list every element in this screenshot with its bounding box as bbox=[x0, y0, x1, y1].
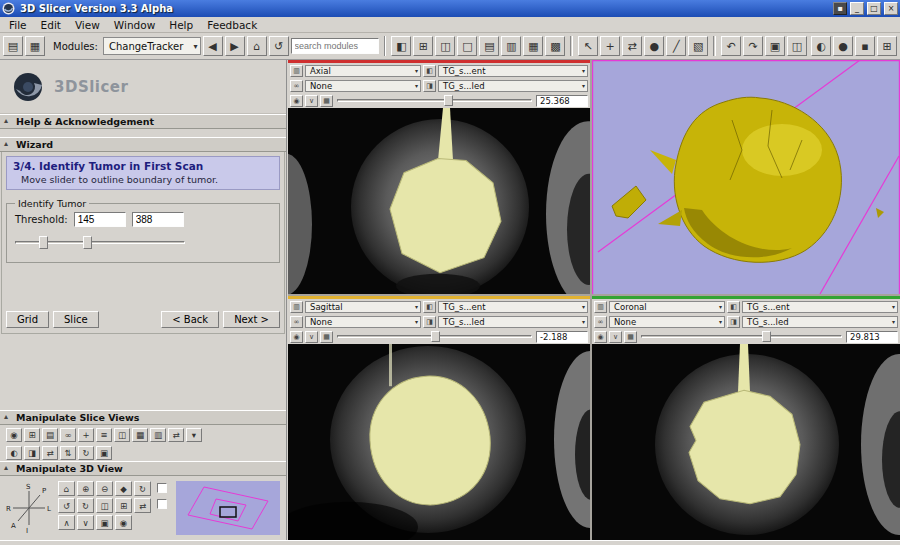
foreground-volume-combo[interactable]: TG_s...ent▾ bbox=[438, 301, 588, 313]
layout-3d-only-icon[interactable]: □ bbox=[457, 36, 477, 56]
layout-dual-3d-icon[interactable]: ◫ bbox=[435, 36, 455, 56]
dim-slices-icon[interactable]: ▥ bbox=[150, 428, 166, 442]
layout-green-slice-icon[interactable]: ▦ bbox=[523, 36, 543, 56]
module-forward-icon[interactable]: ▶ bbox=[225, 36, 245, 56]
slice-options-button[interactable]: ▥ bbox=[290, 301, 303, 313]
fg-opacity-icon[interactable]: ◐ bbox=[6, 446, 22, 460]
wizard-section-header[interactable]: ▴ Wizard bbox=[0, 137, 286, 152]
annotations-icon[interactable]: ≡ bbox=[96, 428, 112, 442]
rotate-left-icon[interactable]: ↺ bbox=[58, 498, 75, 513]
menu-help[interactable]: Help bbox=[162, 18, 200, 32]
axial-slice-image[interactable] bbox=[288, 108, 590, 294]
slice-visibility-button[interactable]: ◉ bbox=[290, 331, 303, 343]
module-refresh-icon[interactable]: ↺ bbox=[269, 36, 289, 56]
menu-feedback[interactable]: Feedback bbox=[200, 18, 264, 32]
rotate-right-icon[interactable]: ↻ bbox=[77, 498, 94, 513]
pitch-down-icon[interactable]: ∨ bbox=[77, 515, 94, 530]
orthographic-view-icon[interactable]: ⊞ bbox=[115, 498, 132, 513]
slice-options-button[interactable]: ▥ bbox=[594, 301, 607, 313]
visibility-3d-icon[interactable]: ◉ bbox=[115, 515, 132, 530]
layout-yellow-slice-icon[interactable]: ▥ bbox=[501, 36, 521, 56]
stereo-checkbox[interactable] bbox=[157, 483, 167, 493]
background-volume-combo[interactable]: TG_s...led▾ bbox=[438, 80, 588, 92]
flip-vertical-icon[interactable]: ⇅ bbox=[60, 446, 76, 460]
three-d-view[interactable] bbox=[592, 60, 900, 294]
next-button[interactable]: Next > bbox=[223, 311, 280, 328]
foreground-layer-icon[interactable]: ◧ bbox=[727, 301, 740, 313]
slice-screenshot-icon[interactable]: ▣ bbox=[96, 446, 112, 460]
stereo-view-icon[interactable]: ◫ bbox=[96, 498, 113, 513]
orientation-combo[interactable]: Coronal▾ bbox=[609, 301, 725, 313]
redo-icon[interactable]: ↷ bbox=[743, 36, 763, 56]
layout-conventional-icon[interactable]: ◧ bbox=[391, 36, 411, 56]
menu-view[interactable]: View bbox=[68, 18, 107, 32]
threshold-range-slider[interactable] bbox=[15, 235, 185, 250]
screenshot-3d-icon[interactable]: ▣ bbox=[96, 515, 113, 530]
threshold-high-input[interactable] bbox=[132, 212, 184, 227]
ruler-tool-icon[interactable]: ╱ bbox=[666, 36, 686, 56]
module-search-input[interactable] bbox=[291, 38, 379, 54]
slice-views-section-header[interactable]: ▴ Manipulate Slice Views bbox=[0, 410, 286, 425]
spin-view-icon[interactable]: ↻ bbox=[134, 481, 151, 496]
center-3d-view-icon[interactable]: ⌂ bbox=[58, 481, 75, 496]
screenshot-icon[interactable]: ▣ bbox=[765, 36, 785, 56]
orientation-combo[interactable]: Sagittal▾ bbox=[305, 301, 421, 313]
compare-slices-icon[interactable]: ◫ bbox=[114, 428, 130, 442]
coronal-slice-image[interactable] bbox=[592, 344, 900, 540]
zoom-out-icon[interactable]: ⊖ bbox=[96, 481, 113, 496]
close-button[interactable]: × bbox=[884, 2, 898, 15]
slices-visibility-icon[interactable]: ◉ bbox=[6, 428, 22, 442]
navigation-preview[interactable] bbox=[176, 481, 280, 535]
slice-more-options-icon[interactable]: ▾ bbox=[186, 428, 202, 442]
link-slices-icon[interactable]: ∞ bbox=[60, 428, 76, 442]
slider-thumb[interactable] bbox=[762, 331, 771, 342]
foreground-volume-combo[interactable]: TG_s...ent▾ bbox=[438, 65, 588, 77]
link-views-button[interactable]: ∞ bbox=[290, 316, 303, 328]
fiducial-tool-icon[interactable]: ● bbox=[644, 36, 664, 56]
slice-visibility-button[interactable]: ◉ bbox=[290, 95, 303, 107]
maximize-button[interactable]: □ bbox=[867, 2, 881, 15]
orientation-combo[interactable]: Axial▾ bbox=[305, 65, 421, 77]
help-section-header[interactable]: ▴ Help & Acknowledgement bbox=[0, 114, 286, 129]
expand-controls-button[interactable]: ∨ bbox=[305, 331, 318, 343]
slice-options-button[interactable]: ▥ bbox=[290, 65, 303, 77]
slice-render-button[interactable]: Slice bbox=[53, 311, 99, 328]
rotate-slice-icon[interactable]: ↻ bbox=[78, 446, 94, 460]
interpolation-icon[interactable]: ◨ bbox=[24, 446, 40, 460]
extensions-icon[interactable]: ⊞ bbox=[877, 36, 897, 56]
background-layer-icon[interactable]: ◨ bbox=[423, 316, 436, 328]
label-layer-combo[interactable]: None▾ bbox=[305, 316, 421, 328]
crosshair-tool-icon[interactable]: + bbox=[600, 36, 620, 56]
layout-compare-icon[interactable]: ▩ bbox=[545, 36, 565, 56]
expand-controls-button[interactable]: ∨ bbox=[609, 331, 622, 343]
module-home-icon[interactable]: ⌂ bbox=[247, 36, 267, 56]
module-back-icon[interactable]: ◀ bbox=[203, 36, 223, 56]
flip-horizontal-icon[interactable]: ⇄ bbox=[42, 446, 58, 460]
label-opacity-icon[interactable]: ▤ bbox=[42, 428, 58, 442]
lightbox-grid-button[interactable]: ▦ bbox=[320, 331, 333, 343]
pointer-tool-icon[interactable]: ↖ bbox=[578, 36, 598, 56]
module-selector-combo[interactable]: ChangeTracker ▾ bbox=[103, 37, 201, 55]
undo-icon[interactable]: ↶ bbox=[721, 36, 741, 56]
slice-offset-slider[interactable] bbox=[337, 95, 532, 107]
minimize-button[interactable]: _ bbox=[850, 2, 864, 15]
slice-offset-slider[interactable] bbox=[641, 331, 842, 343]
grid-render-button[interactable]: Grid bbox=[6, 311, 49, 328]
foreground-layer-icon[interactable]: ◧ bbox=[423, 301, 436, 313]
person-icon[interactable]: ● bbox=[833, 36, 853, 56]
label-layer-combo[interactable]: None▾ bbox=[305, 80, 421, 92]
roi-tool-icon[interactable]: ▧ bbox=[688, 36, 708, 56]
slider-thumb[interactable] bbox=[444, 95, 453, 106]
sticky-window-button[interactable]: ▪ bbox=[833, 2, 847, 15]
crosshair-icon[interactable]: + bbox=[78, 428, 94, 442]
save-icon[interactable]: ▦ bbox=[25, 36, 45, 56]
menu-window[interactable]: Window bbox=[107, 18, 162, 32]
sagittal-slice-image[interactable] bbox=[288, 344, 590, 540]
look-from-axis-icon[interactable]: ◆ bbox=[115, 481, 132, 496]
label-layer-combo[interactable]: None▾ bbox=[609, 316, 725, 328]
slice-offset-slider[interactable] bbox=[337, 331, 532, 343]
slider-thumb[interactable] bbox=[431, 331, 440, 342]
scene-snapshot-icon[interactable]: ◫ bbox=[787, 36, 807, 56]
lightbox-grid-button[interactable]: ▦ bbox=[624, 331, 637, 343]
slice-visibility-button[interactable]: ◉ bbox=[594, 331, 607, 343]
